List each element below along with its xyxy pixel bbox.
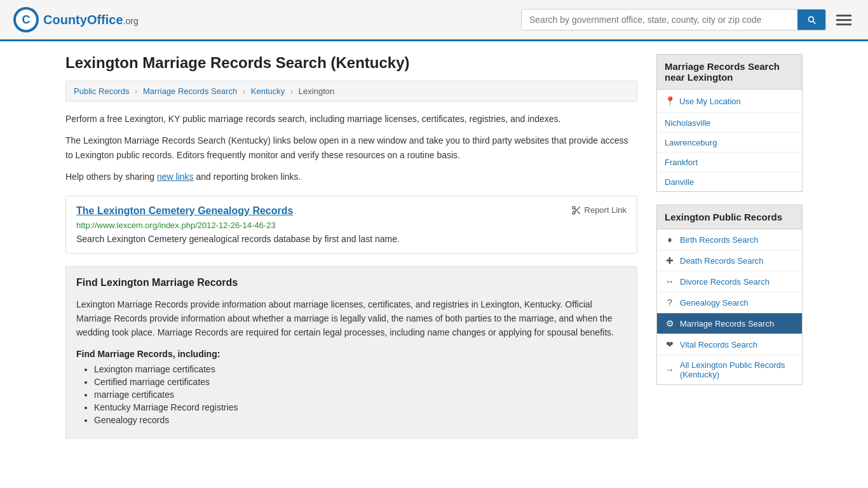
record-card-url: http://www.lexcem.org/index.php/2012-12-…: [76, 220, 627, 230]
main-content: Lexington Marriage Records Search (Kentu…: [65, 54, 637, 438]
sidebar-record-divorce[interactable]: ↔ Divorce Records Search: [657, 271, 802, 292]
breadcrumb-sep: ›: [243, 86, 245, 96]
hamburger-line: [836, 19, 851, 21]
breadcrumb-lexington: Lexington: [299, 86, 334, 96]
search-icon: [806, 15, 817, 25]
nearby-link[interactable]: Danville: [665, 177, 694, 187]
intro3-prefix: Help others by sharing: [65, 172, 157, 182]
breadcrumb-sep: ›: [290, 86, 293, 96]
nearby-link[interactable]: Nicholasville: [665, 118, 710, 128]
vital-icon: ❤: [665, 339, 675, 349]
svg-line-6: [577, 211, 580, 214]
find-section-list: Lexington marriage certificates Certifie…: [76, 364, 627, 425]
genealogy-link[interactable]: Genealogy Search: [680, 298, 749, 308]
sidebar-record-birth[interactable]: ♦ Birth Records Search: [657, 229, 802, 250]
hamburger-line: [836, 15, 851, 17]
sidebar-nearby-content: 📍 Use My Location Nicholasville Lawrence…: [656, 89, 803, 192]
report-link-button[interactable]: Report Link: [571, 205, 627, 215]
intro-text-2: The Lexington Marriage Records Search (K…: [65, 133, 637, 162]
marriage-icon: ⚙: [665, 318, 675, 329]
logo-area: C CountyOffice.org: [13, 6, 139, 33]
list-item: Lexington marriage certificates: [94, 364, 627, 374]
search-input[interactable]: [522, 10, 797, 30]
divorce-icon: ↔: [665, 276, 675, 287]
genealogy-icon: ?: [665, 297, 675, 308]
sidebar-link-lawrenceburg: Lawrenceburg: [657, 133, 802, 152]
find-section-subtitle: Find Marriage Records, including:: [76, 349, 627, 359]
sidebar-nearby-title: Marriage Records Search near Lexington: [656, 54, 803, 89]
sidebar-use-location[interactable]: 📍 Use My Location: [657, 90, 802, 113]
list-item: Kentucky Marriage Record registries: [94, 402, 627, 412]
location-pin-icon: 📍: [665, 96, 675, 106]
find-section: Find Lexington Marriage Records Lexingto…: [65, 266, 637, 438]
site-header: C CountyOffice.org: [0, 0, 868, 41]
intro-text-1: Perform a free Lexington, KY public marr…: [65, 112, 637, 126]
logo-text: CountyOffice.org: [43, 13, 139, 27]
divorce-records-link[interactable]: Divorce Records Search: [680, 277, 770, 287]
find-section-title: Find Lexington Marriage Records: [76, 277, 627, 288]
new-links-link[interactable]: new links: [157, 172, 194, 182]
sidebar-link-frankfort: Frankfort: [657, 152, 802, 172]
svg-line-7: [574, 208, 576, 210]
page-wrapper: Lexington Marriage Records Search (Kentu…: [53, 41, 815, 451]
birth-icon: ♦: [665, 234, 675, 245]
report-link-label: Report Link: [585, 205, 627, 215]
record-card-header: The Lexington Cemetery Genealogy Records…: [76, 205, 627, 217]
death-icon: ✚: [665, 255, 675, 266]
logo-icon: C: [13, 6, 39, 33]
find-section-text: Lexington Marriage Records provide infor…: [76, 297, 627, 340]
sidebar-record-all[interactable]: → All Lexington Public Records (Kentucky…: [657, 355, 802, 384]
arrow-icon: →: [665, 365, 675, 375]
all-records-link[interactable]: All Lexington Public Records (Kentucky): [680, 360, 794, 379]
sidebar-record-death[interactable]: ✚ Death Records Search: [657, 250, 802, 271]
sidebar-link-nicholasville: Nicholasville: [657, 113, 802, 133]
vital-records-link[interactable]: Vital Records Search: [680, 340, 757, 349]
svg-text:C: C: [22, 13, 31, 26]
breadcrumb-marriage-records-search[interactable]: Marriage Records Search: [143, 86, 237, 96]
sidebar-link-danville: Danville: [657, 172, 802, 191]
scissors-icon: [571, 205, 581, 215]
birth-records-link[interactable]: Birth Records Search: [680, 235, 759, 245]
intro-text-3: Help others by sharing new links and rep…: [65, 170, 637, 184]
sidebar-records-title: Lexington Public Records: [656, 205, 803, 229]
nearby-link[interactable]: Lawrenceburg: [665, 138, 717, 147]
record-card-desc: Search Lexington Cemetery genealogical r…: [76, 234, 627, 244]
sidebar-records-section: Lexington Public Records ♦ Birth Records…: [656, 205, 803, 385]
nearby-link[interactable]: Frankfort: [665, 158, 698, 167]
breadcrumb-sep: ›: [135, 86, 137, 96]
hamburger-button[interactable]: [832, 8, 855, 32]
sidebar-records-content: ♦ Birth Records Search ✚ Death Records S…: [656, 229, 803, 385]
list-item: Genealogy records: [94, 415, 627, 425]
list-item: marriage certificates: [94, 390, 627, 400]
record-card-title[interactable]: The Lexington Cemetery Genealogy Records: [76, 205, 293, 217]
hamburger-line: [836, 24, 851, 25]
breadcrumb: Public Records › Marriage Records Search…: [65, 81, 637, 102]
marriage-records-link[interactable]: Marriage Records Search: [680, 319, 774, 329]
page-title: Lexington Marriage Records Search (Kentu…: [65, 54, 637, 72]
sidebar-record-vital[interactable]: ❤ Vital Records Search: [657, 334, 802, 355]
sidebar-nearby-section: Marriage Records Search near Lexington 📍…: [656, 54, 803, 192]
sidebar: Marriage Records Search near Lexington 📍…: [656, 54, 803, 438]
list-item: Certified marriage certificates: [94, 377, 627, 387]
sidebar-record-genealogy[interactable]: ? Genealogy Search: [657, 292, 802, 313]
use-my-location-link[interactable]: Use My Location: [679, 97, 741, 106]
record-card: The Lexington Cemetery Genealogy Records…: [65, 196, 637, 254]
search-bar: [521, 9, 826, 30]
sidebar-record-marriage[interactable]: ⚙ Marriage Records Search: [657, 313, 802, 334]
death-records-link[interactable]: Death Records Search: [680, 256, 764, 266]
search-button[interactable]: [797, 10, 825, 30]
header-right: [521, 8, 855, 32]
intro3-suffix: and reporting broken links.: [194, 172, 301, 182]
breadcrumb-public-records[interactable]: Public Records: [74, 86, 129, 96]
breadcrumb-kentucky[interactable]: Kentucky: [251, 86, 285, 96]
